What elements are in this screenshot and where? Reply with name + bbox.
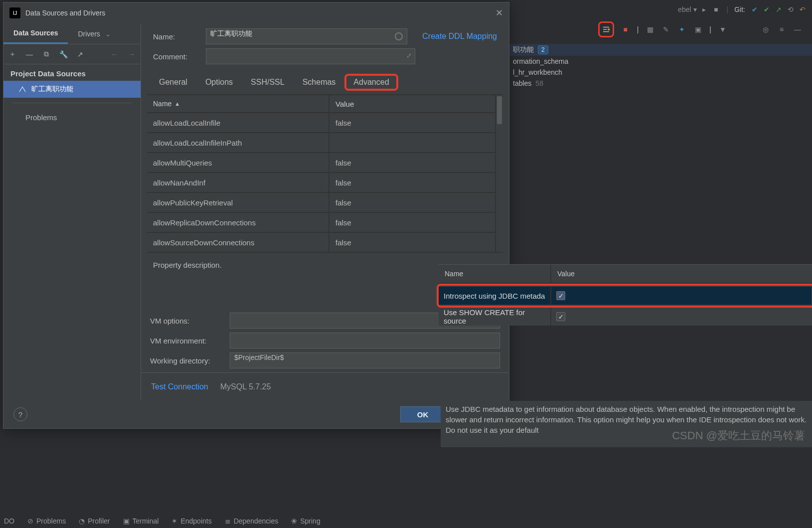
stop-square-icon[interactable]: ■ — [621, 25, 630, 34]
db-schema-node[interactable]: l_hr_workbench — [513, 67, 812, 78]
copy-icon[interactable]: ⧉ — [41, 49, 51, 59]
th-name[interactable]: Name▲ — [147, 95, 329, 113]
help-button[interactable]: ? — [13, 407, 27, 421]
git-rollback-icon[interactable]: ↶ — [798, 5, 807, 14]
vm-env-input[interactable] — [230, 333, 500, 349]
git-history-icon[interactable]: ⟲ — [786, 5, 795, 14]
create-ddl-mapping-link[interactable]: Create DDL Mapping — [422, 32, 497, 41]
sb-profiler[interactable]: ◔Profiler — [79, 517, 110, 525]
target-icon[interactable]: ◎ — [761, 25, 770, 34]
sb-dependencies[interactable]: ≣Dependencies — [225, 517, 279, 525]
ok-button[interactable]: OK — [400, 406, 445, 422]
vm-env-label: VM environment: — [150, 337, 225, 345]
checkbox-checked-icon[interactable]: ✓ — [556, 291, 565, 300]
scrollbar[interactable] — [496, 95, 503, 253]
export-icon[interactable]: ↗ — [75, 49, 85, 59]
color-circle-icon[interactable] — [395, 32, 403, 40]
table-cell[interactable]: allowLoadLocalInfile — [147, 113, 329, 133]
table-cell[interactable]: false — [329, 173, 496, 193]
edit-icon[interactable]: ✎ — [661, 25, 670, 34]
tab-ssh-ssl[interactable]: SSH/SSL — [242, 71, 294, 93]
remove-icon[interactable]: — — [24, 49, 34, 59]
sb-terminal[interactable]: ▣Terminal — [123, 517, 159, 525]
overlay-row-show-create[interactable]: Use SHOW CREATE for source ✓ — [439, 308, 812, 326]
sb-endpoints[interactable]: ✶Endpoints — [171, 517, 211, 525]
dependencies-icon: ≣ — [225, 517, 231, 525]
expand-icon[interactable]: ⤢ — [406, 52, 412, 59]
endpoints-icon: ✶ — [171, 517, 177, 525]
overlay-row-introspect[interactable]: Introspect using JDBC metada ✓ — [439, 287, 812, 305]
terminal-icon: ▣ — [123, 517, 130, 525]
sb-do[interactable]: DO — [4, 517, 14, 525]
db-node-selected[interactable]: 职功能 2 — [509, 44, 812, 56]
mysql-icon — [18, 85, 26, 93]
datasource-properties-icon[interactable] — [602, 25, 611, 34]
database-toolbar: ■ | ▦ ✎ ✦ ▣ | ▼ ◎ ≡ — — [513, 20, 812, 39]
tab-schemas[interactable]: Schemas — [294, 71, 345, 93]
tab-drivers[interactable]: Drivers⌄ — [68, 23, 121, 44]
app-icon: IJ — [9, 7, 20, 18]
right-panel: Name: 旷工离职功能 Create DDL Mapping Comment:… — [141, 23, 509, 400]
ov-th-name[interactable]: Name — [439, 265, 551, 284]
collapse-icon[interactable]: — — [793, 25, 802, 34]
table-cell[interactable]: allowSourceDownConnections — [147, 233, 329, 253]
svg-point-0 — [608, 28, 610, 31]
spring-icon: ❀ — [291, 517, 297, 525]
table-cell[interactable]: allowMultiQueries — [147, 153, 329, 173]
table-cell[interactable]: false — [329, 153, 496, 173]
dialog-footer: Test Connection MySQL 5.7.25 — [141, 372, 509, 400]
test-connection-link[interactable]: Test Connection — [151, 382, 208, 391]
filter-icon[interactable]: ▼ — [718, 25, 727, 34]
dialog-titlebar: IJ Data Sources and Drivers ✕ — [3, 2, 509, 23]
git-push-icon[interactable]: ↗ — [774, 5, 783, 14]
highlight-box: Introspect using JDBC metada ✓ — [437, 284, 812, 308]
table-cell[interactable]: allowReplicaDownConnections — [147, 213, 329, 233]
db-tables-node[interactable]: tables 58 — [513, 78, 812, 89]
console-icon[interactable]: ▣ — [693, 25, 702, 34]
th-value[interactable]: Value — [329, 95, 496, 113]
table-cell[interactable]: false — [329, 193, 496, 213]
status-bar: DO ⊘Problems ◔Profiler ▣Terminal ✶Endpoi… — [0, 514, 812, 528]
table-cell[interactable] — [329, 133, 496, 153]
database-tree: 职功能 2 ormation_schema l_hr_workbench tab… — [513, 41, 812, 92]
sort-asc-icon: ▲ — [174, 101, 180, 107]
sb-spring[interactable]: ❀Spring — [291, 517, 320, 525]
problems-item[interactable]: Problems — [3, 108, 141, 127]
tab-advanced[interactable]: Advanced — [349, 78, 393, 87]
back-icon[interactable]: ← — [110, 49, 120, 59]
table-cell[interactable]: allowPublicKeyRetrieval — [147, 193, 329, 213]
section-header: Project Data Sources — [3, 64, 141, 81]
stop-icon[interactable]: ■ — [712, 5, 721, 14]
tab-options[interactable]: Options — [196, 71, 242, 93]
settings-icon[interactable]: ≡ — [777, 25, 786, 34]
tab-general[interactable]: General — [150, 71, 196, 93]
jrebel-dropdown[interactable]: ebel▾ — [678, 5, 696, 13]
table-icon[interactable]: ▦ — [646, 25, 654, 34]
table-cell[interactable]: false — [329, 233, 496, 253]
overlay-panel: Name Value Introspect using JDBC metada … — [439, 264, 812, 326]
table-cell[interactable]: false — [329, 113, 496, 133]
table-cell[interactable]: allowNanAndInf — [147, 173, 329, 193]
jump-icon[interactable]: ✦ — [677, 25, 686, 34]
working-dir-input[interactable]: $ProjectFileDir$ — [230, 352, 500, 368]
hammer-icon[interactable]: ▸ — [700, 5, 709, 14]
ov-th-value[interactable]: Value — [551, 265, 812, 284]
forward-icon[interactable]: → — [127, 49, 137, 59]
table-cell[interactable]: false — [329, 213, 496, 233]
tab-data-sources[interactable]: Data Sources — [3, 23, 68, 44]
git-label: Git: — [734, 5, 745, 13]
git-update-icon[interactable]: ✔ — [750, 5, 759, 14]
db-schema-node[interactable]: ormation_schema — [513, 56, 812, 67]
table-cell[interactable]: allowLoadLocalInfileInPath — [147, 133, 329, 153]
data-sources-dialog: IJ Data Sources and Drivers ✕ Data Sourc… — [3, 2, 509, 429]
wrench-icon[interactable]: 🔧 — [58, 49, 68, 59]
close-icon[interactable]: ✕ — [495, 7, 503, 18]
name-input[interactable]: 旷工离职功能 — [206, 28, 407, 44]
highlight-box: Advanced — [344, 74, 398, 91]
datasource-item[interactable]: 旷工离职功能 — [3, 81, 141, 98]
add-icon[interactable]: ＋ — [7, 49, 17, 59]
comment-input[interactable]: ⤢ — [206, 48, 415, 64]
checkbox-checked-icon[interactable]: ✓ — [556, 312, 565, 321]
git-commit-icon[interactable]: ✔ — [762, 5, 771, 14]
sb-problems[interactable]: ⊘Problems — [27, 517, 66, 525]
